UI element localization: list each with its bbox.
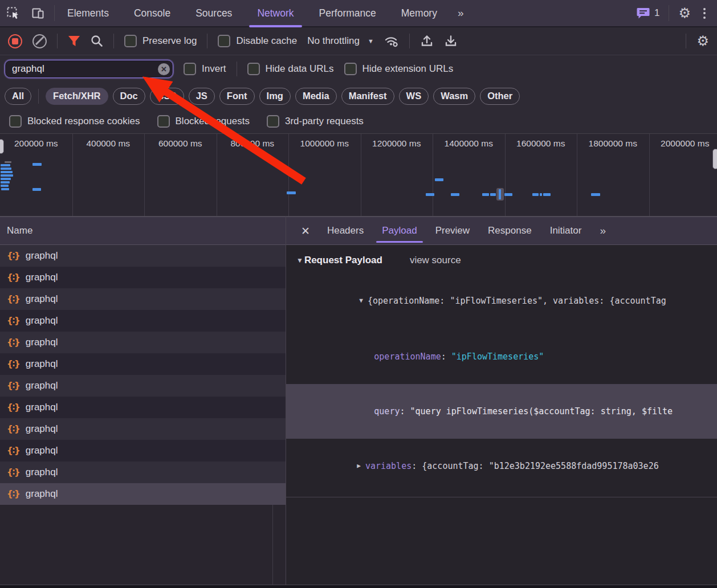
request-row[interactable]: {∶}graphql bbox=[0, 267, 286, 288]
divider bbox=[286, 497, 717, 497]
tab-console[interactable]: Console bbox=[121, 0, 183, 26]
record-network-log-button[interactable] bbox=[8, 34, 22, 48]
overview-request-bar bbox=[5, 161, 11, 163]
type-filter-manifest[interactable]: Manifest bbox=[341, 88, 394, 105]
payload-variables-line[interactable]: ▶variables: {accountTag: "b12e3b2192ee55… bbox=[286, 439, 717, 495]
export-har-icon[interactable] bbox=[444, 34, 458, 48]
request-payload-title: Request Payload bbox=[304, 255, 382, 266]
detail-tab-initiator[interactable]: Initiator bbox=[541, 217, 591, 244]
overview-request-bar bbox=[287, 191, 296, 194]
filter-toggle-icon[interactable] bbox=[68, 35, 80, 47]
requests-empty-area bbox=[0, 505, 286, 585]
detail-tab-payload[interactable]: Payload bbox=[373, 217, 426, 244]
fetch-xhr-icon: {∶} bbox=[7, 251, 20, 261]
network-conditions-icon[interactable] bbox=[384, 34, 399, 48]
panel-tabs: ElementsConsoleSourcesNetworkPerformance… bbox=[55, 0, 450, 26]
settings-gear-icon[interactable]: ⚙ bbox=[678, 6, 691, 20]
preserve-log-checkbox[interactable]: Preserve log bbox=[124, 35, 197, 47]
request-row[interactable]: {∶}graphql bbox=[0, 375, 286, 397]
message-bubble-icon bbox=[637, 7, 650, 19]
payload-query-line[interactable]: query: "query ipFlowTimeseries($accountT… bbox=[286, 384, 717, 439]
request-row[interactable]: {∶}graphql bbox=[0, 418, 286, 440]
type-filter-wasm[interactable]: Wasm bbox=[433, 88, 475, 105]
devtools-tab-bar: ElementsConsoleSourcesNetworkPerformance… bbox=[0, 0, 717, 27]
request-name: graphql bbox=[26, 402, 58, 413]
disable-cache-checkbox[interactable]: Disable cache bbox=[218, 35, 297, 47]
expand-triangle-icon[interactable]: ▼ bbox=[359, 292, 363, 310]
request-row[interactable]: {∶}graphql bbox=[0, 483, 286, 505]
request-name: graphql bbox=[26, 467, 58, 478]
overview-request-bar bbox=[1, 181, 10, 183]
overview-request-bar bbox=[540, 193, 542, 196]
request-row[interactable]: {∶}graphql bbox=[0, 310, 286, 332]
third-party-requests-checkbox[interactable]: 3rd-party requests bbox=[267, 115, 364, 128]
more-panels-icon[interactable]: » bbox=[450, 0, 473, 26]
overview-right-handle[interactable] bbox=[712, 149, 717, 169]
issues-indicator[interactable]: 1 bbox=[637, 7, 659, 19]
payload-preview-line[interactable]: ▼{operationName: "ipFlowTimeseries", var… bbox=[286, 273, 717, 329]
type-filter-media[interactable]: Media bbox=[295, 88, 337, 105]
type-filter-fetch-xhr[interactable]: Fetch/XHR bbox=[46, 88, 108, 105]
request-detail-panel: ✕ HeadersPayloadPreviewResponseInitiator… bbox=[286, 217, 717, 585]
network-overview-timeline[interactable]: 200000 ms400000 ms600000 ms800000 ms1000… bbox=[0, 133, 717, 217]
type-filter-doc[interactable]: Doc bbox=[113, 88, 145, 105]
hide-data-urls-checkbox[interactable]: Hide data URLs bbox=[247, 63, 334, 75]
tab-sources[interactable]: Sources bbox=[183, 0, 245, 26]
request-row[interactable]: {∶}graphql bbox=[0, 397, 286, 418]
name-column-header[interactable]: Name bbox=[0, 217, 286, 245]
type-filter-img[interactable]: Img bbox=[259, 88, 291, 105]
fetch-xhr-icon: {∶} bbox=[7, 424, 20, 434]
timeline-tick-label: 1600000 ms bbox=[505, 138, 577, 149]
search-icon[interactable] bbox=[91, 35, 103, 47]
type-filter-ws[interactable]: WS bbox=[399, 88, 429, 105]
request-row[interactable]: {∶}graphql bbox=[0, 288, 286, 310]
filter-input[interactable] bbox=[5, 60, 173, 78]
blocked-requests-checkbox[interactable]: Blocked requests bbox=[157, 115, 250, 128]
request-row[interactable]: {∶}graphql bbox=[0, 440, 286, 462]
device-toolbar-icon[interactable] bbox=[31, 7, 45, 20]
type-filter-all[interactable]: All bbox=[5, 88, 31, 105]
type-filter-js[interactable]: JS bbox=[189, 88, 215, 105]
overview-request-bar bbox=[1, 174, 13, 177]
clear-network-log-button[interactable] bbox=[32, 34, 47, 48]
detail-tab-response[interactable]: Response bbox=[479, 217, 541, 244]
hide-extension-urls-checkbox[interactable]: Hide extension URLs bbox=[344, 63, 454, 75]
inspect-element-icon[interactable] bbox=[7, 7, 20, 20]
fetch-xhr-icon: {∶} bbox=[7, 402, 20, 413]
throttling-dropdown[interactable]: No throttling ▼ bbox=[307, 35, 374, 47]
close-detail-icon[interactable]: ✕ bbox=[294, 217, 317, 244]
fetch-xhr-icon: {∶} bbox=[7, 467, 20, 477]
detail-tab-headers[interactable]: Headers bbox=[318, 217, 373, 244]
request-row[interactable]: {∶}graphql bbox=[0, 353, 286, 375]
request-row[interactable]: {∶}graphql bbox=[0, 462, 286, 483]
collapse-triangle-icon[interactable]: ▼ bbox=[296, 256, 303, 264]
import-har-icon[interactable] bbox=[420, 34, 434, 48]
checkbox[interactable] bbox=[124, 35, 137, 47]
tab-performance[interactable]: Performance bbox=[307, 0, 389, 26]
request-name: graphql bbox=[26, 272, 58, 283]
network-settings-gear-icon[interactable]: ⚙ bbox=[696, 34, 709, 48]
detail-tab-preview[interactable]: Preview bbox=[426, 217, 479, 244]
expand-triangle-icon[interactable]: ▶ bbox=[357, 457, 361, 475]
clear-filter-icon[interactable]: ✕ bbox=[158, 63, 170, 75]
tab-network[interactable]: Network bbox=[245, 0, 306, 26]
fetch-xhr-icon: {∶} bbox=[7, 272, 20, 283]
payload-panel: ▼ Request Payload view source ▼{operatio… bbox=[286, 245, 717, 585]
type-filter-other[interactable]: Other bbox=[480, 88, 520, 105]
type-filter-css[interactable]: CSS bbox=[150, 88, 184, 105]
checkbox[interactable] bbox=[218, 35, 230, 47]
more-options-icon[interactable] bbox=[700, 8, 709, 19]
tab-elements[interactable]: Elements bbox=[55, 0, 121, 26]
request-row[interactable]: {∶}graphql bbox=[0, 245, 286, 267]
invert-checkbox[interactable]: Invert bbox=[184, 63, 226, 75]
view-source-link[interactable]: view source bbox=[410, 255, 461, 266]
requests-list: {∶}graphql{∶}graphql{∶}graphql{∶}graphql… bbox=[0, 245, 286, 505]
more-detail-tabs-icon[interactable]: » bbox=[592, 217, 615, 244]
tab-memory[interactable]: Memory bbox=[389, 0, 450, 26]
request-row[interactable]: {∶}graphql bbox=[0, 332, 286, 353]
fetch-xhr-icon: {∶} bbox=[7, 337, 20, 348]
payload-operation-name-line[interactable]: operationName: "ipFlowTimeseries" bbox=[286, 329, 717, 384]
request-name: graphql bbox=[26, 250, 58, 262]
type-filter-font[interactable]: Font bbox=[219, 88, 255, 105]
blocked-response-cookies-checkbox[interactable]: Blocked response cookies bbox=[9, 115, 140, 128]
